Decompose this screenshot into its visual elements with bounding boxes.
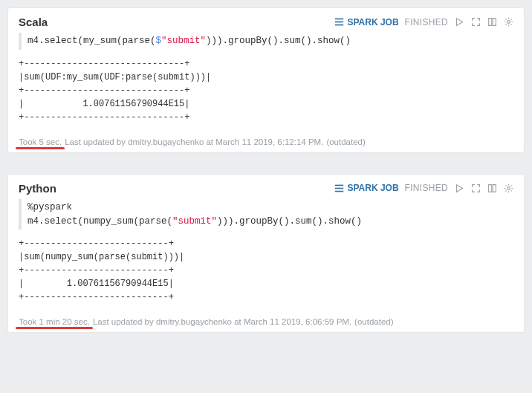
svg-rect-2 <box>335 25 343 26</box>
run-icon[interactable] <box>454 17 464 27</box>
cell-header: Scala SPARK JOB FINISHED <box>19 16 513 28</box>
cell-title: Scala <box>19 16 48 28</box>
code-string: "submit" <box>161 36 206 46</box>
took-text: Took 5 sec. <box>19 137 62 146</box>
code-prefix: m4.select(my_sum(parse( <box>27 36 156 46</box>
code-suffix: ))).groupBy().sum().show() <box>217 216 362 227</box>
book-icon[interactable] <box>487 17 497 27</box>
outdated-label: (outdated) <box>326 137 365 146</box>
spark-job-link[interactable]: SPARK JOB <box>334 183 398 193</box>
cell-toolbar: SPARK JOB FINISHED <box>334 17 513 27</box>
svg-rect-1 <box>335 22 343 23</box>
svg-point-9 <box>507 186 510 189</box>
gear-icon[interactable] <box>503 183 513 193</box>
cell-footer: Took 5 sec. Last updated by dmitry.bugay… <box>19 137 513 146</box>
code-suffix: ))).groupBy().sum().show() <box>206 36 351 46</box>
cell-title: Python <box>19 182 56 195</box>
cell-status: FINISHED <box>405 17 448 27</box>
highlight-underline <box>16 147 65 149</box>
svg-marker-8 <box>456 184 462 192</box>
cell-status: FINISHED <box>405 183 448 193</box>
expand-icon[interactable] <box>470 17 481 27</box>
notebook-cell-python: Python SPARK JOB FINISHED %pyspark <box>7 174 525 334</box>
cell-output: +---------------------------+ |sum(numpy… <box>19 237 513 304</box>
bars-icon <box>334 17 344 27</box>
execution-time: Took 1 min 20 sec. <box>19 317 90 326</box>
svg-rect-6 <box>335 187 343 189</box>
cell-output: +------------------------------+ |sum(UD… <box>19 57 513 124</box>
gear-icon[interactable] <box>503 17 513 27</box>
highlight-underline <box>16 327 93 329</box>
spark-job-label: SPARK JOB <box>347 183 398 193</box>
notebook-cell-scala: Scala SPARK JOB FINISHED m4.select( <box>7 7 525 153</box>
spark-job-label: SPARK JOB <box>347 17 398 27</box>
last-updated: Last updated by dmitry.bugaychenko at Ma… <box>65 137 323 146</box>
expand-icon[interactable] <box>470 183 481 193</box>
cell-toolbar: SPARK JOB FINISHED <box>334 183 513 193</box>
cell-footer: Took 1 min 20 sec. Last updated by dmitr… <box>19 317 513 326</box>
run-icon[interactable] <box>454 183 464 193</box>
took-text: Took 1 min 20 sec. <box>19 317 90 326</box>
code-line1: %pyspark <box>27 202 72 212</box>
code-editor[interactable]: m4.select(my_sum(parse($"submit"))).grou… <box>19 33 513 50</box>
outdated-label: (outdated) <box>354 317 393 326</box>
svg-rect-7 <box>335 191 343 192</box>
cell-header: Python SPARK JOB FINISHED <box>19 182 513 195</box>
code-editor[interactable]: %pyspark m4.select(numpy_sum(parse("subm… <box>19 199 513 230</box>
bars-icon <box>334 183 344 193</box>
spark-job-link[interactable]: SPARK JOB <box>334 17 398 27</box>
code-prefix: m4.select(numpy_sum(parse( <box>27 216 172 227</box>
code-dollar: $ <box>156 36 162 46</box>
svg-rect-0 <box>335 19 343 20</box>
execution-time: Took 5 sec. <box>19 137 62 146</box>
svg-rect-5 <box>335 184 343 186</box>
svg-marker-3 <box>456 19 462 26</box>
book-icon[interactable] <box>487 183 497 193</box>
last-updated: Last updated by dmitry.bugaychenko at Ma… <box>93 317 351 326</box>
svg-point-4 <box>507 21 510 24</box>
code-string: "submit" <box>172 216 217 227</box>
